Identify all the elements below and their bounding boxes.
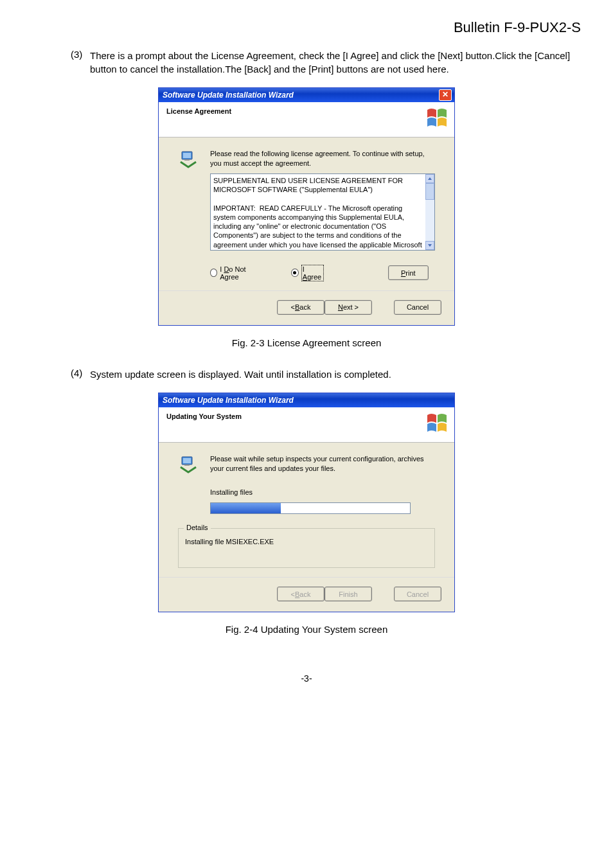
figure-2-3-caption: Fig. 2-3 License Agreement screen — [32, 337, 581, 348]
installer-icon — [178, 454, 199, 475]
windows-logo-icon — [425, 106, 450, 132]
installer-icon — [178, 149, 199, 170]
scrollbar[interactable] — [425, 174, 434, 250]
license-text-box[interactable]: SUPPLEMENTAL END USER LICENSE AGREEMENT … — [210, 173, 435, 251]
print-button[interactable]: Print — [388, 265, 429, 280]
scroll-up-button[interactable] — [425, 174, 434, 183]
figure-2-4-caption: Fig. 2-4 Updating Your System screen — [32, 624, 581, 635]
close-button[interactable]: ✕ — [439, 89, 452, 101]
cancel-button[interactable]: Cancel — [394, 300, 441, 315]
radio-do-not-agree-label: I Do Not Agree — [220, 265, 259, 281]
step-3: (3) There is a prompt about the License … — [71, 49, 581, 76]
back-button: < Back — [277, 587, 324, 601]
window-title: Software Update Installation Wizard — [163, 91, 294, 100]
dialog-header: License Agreement — [166, 107, 231, 115]
license-intro-text: Please read the following license agreem… — [210, 149, 435, 168]
windows-logo-icon — [425, 411, 450, 437]
step-4-number: (4) — [71, 368, 90, 381]
svg-rect-2 — [184, 159, 190, 161]
step-4-text: System update screen is displayed. Wait … — [90, 368, 581, 381]
svg-rect-4 — [183, 458, 191, 463]
titlebar: Software Update Installation Wizard — [159, 393, 454, 407]
dialog-header: Updating Your System — [166, 412, 242, 420]
radio-agree-label: I Agree — [301, 265, 324, 281]
details-label: Details — [184, 524, 211, 531]
bulletin-id: Bulletin F-9-PUX2-S — [32, 19, 581, 36]
svg-rect-1 — [183, 153, 191, 158]
details-group: Details Installing file MSIEXEC.EXE — [178, 528, 435, 568]
next-button[interactable]: Next > — [324, 300, 372, 315]
updating-system-dialog: Software Update Installation Wizard Upda… — [158, 393, 455, 613]
cancel-button: Cancel — [394, 587, 441, 601]
titlebar: Software Update Installation Wizard ✕ — [159, 88, 454, 102]
scroll-down-button[interactable] — [425, 241, 434, 250]
step-3-text: There is a prompt about the License Agre… — [90, 49, 581, 76]
details-text: Installing file MSIEXEC.EXE — [185, 538, 428, 545]
step-3-number: (3) — [71, 49, 90, 76]
svg-rect-5 — [184, 465, 190, 466]
updating-intro-text: Please wait while setup inspects your cu… — [210, 454, 435, 474]
radio-do-not-agree[interactable]: I Do Not Agree — [210, 265, 259, 281]
finish-button: Finish — [324, 587, 372, 601]
step-4: (4) System update screen is displayed. W… — [71, 368, 581, 381]
license-text-content: SUPPLEMENTAL END USER LICENSE AGREEMENT … — [213, 177, 424, 251]
back-button[interactable]: < Back — [277, 300, 324, 315]
radio-agree[interactable]: I Agree — [291, 265, 323, 281]
progress-bar — [210, 502, 411, 514]
page-number: -3- — [32, 673, 581, 684]
status-text: Installing files — [210, 488, 435, 496]
window-title: Software Update Installation Wizard — [163, 396, 294, 405]
license-agreement-dialog: Software Update Installation Wizard ✕ Li… — [158, 87, 455, 326]
scroll-thumb[interactable] — [425, 183, 434, 200]
